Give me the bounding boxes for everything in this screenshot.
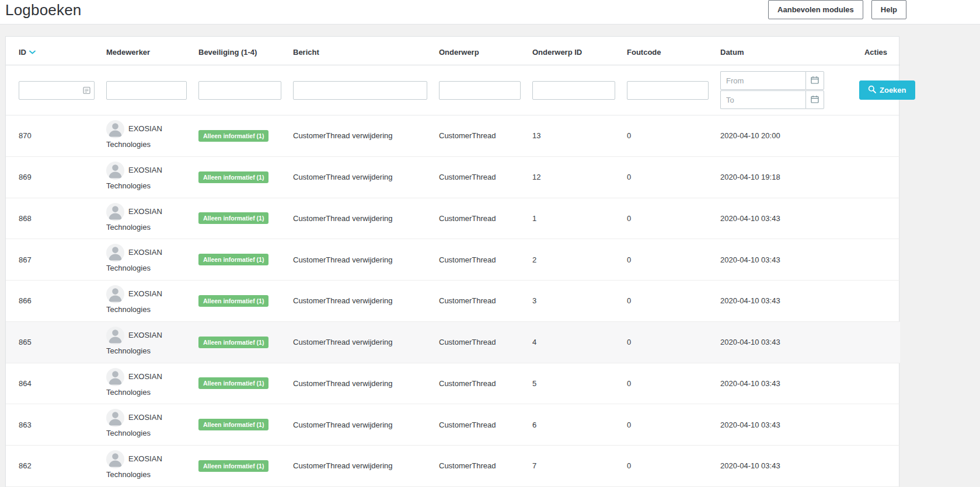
filter-subject-id-input[interactable] [532,81,615,100]
log-subject-id: 12 [532,173,540,181]
column-header-message[interactable]: Bericht [287,37,433,65]
cell-subject-id: 4 [526,321,621,363]
cell-error-code: 0 [621,239,714,281]
cell-actions [853,156,900,198]
column-label-id: ID [19,48,26,57]
log-message: CustomerThread verwijdering [293,255,393,264]
page-header: Logboeken Aanbevolen modules Help [0,0,980,24]
cell-id: 865 [6,321,100,363]
cell-error-code: 0 [621,281,714,322]
log-date: 2020-04-10 03:43 [720,296,780,305]
cell-actions [853,239,900,281]
log-subject-id: 13 [532,131,540,140]
avatar [106,368,124,386]
cell-error-code: 0 [621,446,714,487]
log-message: CustomerThread verwijdering [293,379,393,388]
table-row: 865 EXOSIAN Technologies Alleen informat… [6,321,900,363]
table-row: 866 EXOSIAN Technologies Alleen informat… [6,281,900,322]
column-header-subject-id[interactable]: Onderwerp ID [526,37,621,65]
log-error-code: 0 [627,379,631,388]
cell-message: CustomerThread verwijdering [287,363,433,404]
severity-badge: Alleen informatief (1) [198,460,268,472]
sort-desc-icon [29,47,36,56]
log-message: CustomerThread verwijdering [293,173,393,181]
cell-employee: EXOSIAN Technologies [100,363,193,404]
column-header-id[interactable]: ID [6,37,100,65]
log-id: 867 [19,255,32,264]
filter-message-input[interactable] [293,81,427,100]
cell-subject: CustomerThread [433,321,526,363]
calendar-from-button[interactable] [805,71,824,90]
cell-employee: EXOSIAN Technologies [100,239,193,281]
cell-message: CustomerThread verwijdering [287,115,433,157]
cell-subject: CustomerThread [433,404,526,446]
severity-badge: Alleen informatief (1) [198,295,268,307]
column-header-employee[interactable]: Medewerker [100,37,193,65]
table-row: 863 EXOSIAN Technologies Alleen informat… [6,404,900,446]
avatar [106,409,124,427]
column-header-error-code[interactable]: Foutcode [621,37,714,65]
table-row: 869 EXOSIAN Technologies Alleen informat… [6,156,900,198]
log-subject: CustomerThread [439,338,496,346]
column-label-subject-id: Onderwerp ID [532,48,582,57]
cell-severity: Alleen informatief (1) [193,404,287,446]
date-to-input[interactable] [720,90,805,109]
filter-employee-input[interactable] [106,81,187,100]
search-icon [868,85,876,95]
cell-employee: EXOSIAN Technologies [100,404,193,446]
filter-id-input[interactable] [19,81,95,100]
filter-severity-input[interactable] [198,81,281,100]
column-header-severity[interactable]: Beveiliging (1-4) [193,37,287,65]
filter-error-code-input[interactable] [627,81,709,100]
severity-badge: Alleen informatief (1) [198,337,268,348]
log-message: CustomerThread verwijdering [293,131,393,140]
log-date: 2020-04-10 19:18 [720,173,780,181]
cell-message: CustomerThread verwijdering [287,281,433,322]
cell-subject-id: 5 [526,363,621,404]
date-filter-group [720,71,824,109]
cell-subject-id: 1 [526,198,621,239]
log-error-code: 0 [627,173,631,181]
table-row: 867 EXOSIAN Technologies Alleen informat… [6,239,900,281]
cell-severity: Alleen informatief (1) [193,198,287,239]
cell-error-code: 0 [621,363,714,404]
cell-severity: Alleen informatief (1) [193,239,287,281]
header-actions: Aanbevolen modules Help [768,0,906,19]
column-header-date[interactable]: Datum [714,37,853,65]
log-subject: CustomerThread [439,214,496,223]
date-from-input[interactable] [720,71,805,90]
table-body: 870 EXOSIAN Technologies Alleen informat… [6,115,900,487]
column-header-subject[interactable]: Onderwerp [433,37,526,65]
log-message: CustomerThread verwijdering [293,296,393,305]
log-subject: CustomerThread [439,461,496,470]
log-subject: CustomerThread [439,379,496,388]
column-label-subject: Onderwerp [439,48,479,57]
cell-id: 863 [6,404,100,446]
column-header-actions: Acties [853,37,900,65]
cell-subject-id: 3 [526,281,621,322]
search-button[interactable]: Zoeken [859,80,915,100]
severity-badge: Alleen informatief (1) [198,130,268,142]
cell-employee: EXOSIAN Technologies [100,198,193,239]
table-row: 868 EXOSIAN Technologies Alleen informat… [6,198,900,239]
cell-severity: Alleen informatief (1) [193,321,287,363]
log-date: 2020-04-10 03:43 [720,421,780,429]
log-date: 2020-04-10 03:43 [720,461,780,470]
cell-actions [853,198,900,239]
filter-subject-input[interactable] [439,81,521,100]
log-error-code: 0 [627,461,631,470]
help-button[interactable]: Help [871,0,906,19]
log-message: CustomerThread verwijdering [293,421,393,429]
log-subject-id: 6 [532,421,536,429]
recommended-modules-button[interactable]: Aanbevolen modules [768,0,863,19]
calendar-to-button[interactable] [805,90,824,109]
log-subject: CustomerThread [439,296,496,305]
cell-employee: EXOSIAN Technologies [100,446,193,487]
log-id: 866 [19,296,32,305]
cell-id: 867 [6,239,100,281]
avatar [106,203,124,221]
log-subject-id: 1 [532,214,536,223]
page-title: Logboeken [5,1,81,19]
cell-message: CustomerThread verwijdering [287,446,433,487]
cell-error-code: 0 [621,115,714,157]
